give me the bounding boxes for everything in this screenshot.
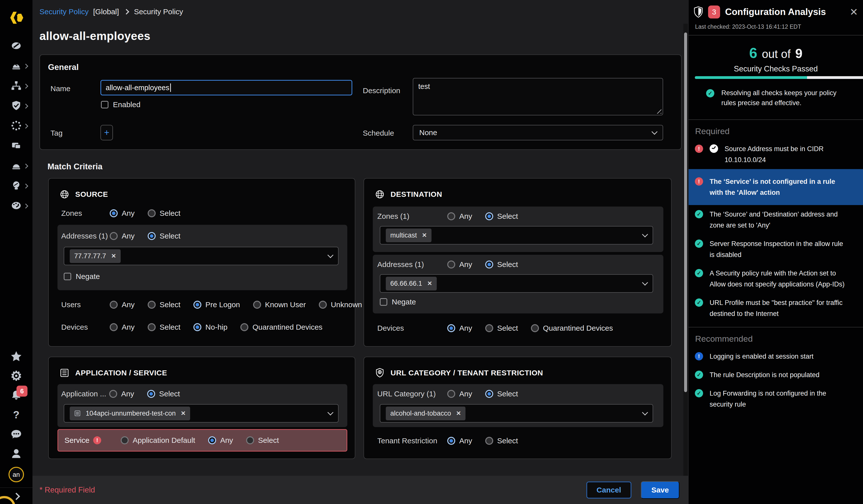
check-item[interactable]: Source Address must be in CIDR 10.10.10.… — [689, 140, 863, 169]
destination-addresses-option-any[interactable]: Any — [447, 260, 472, 269]
destination-negate-row[interactable]: Negate — [380, 298, 416, 306]
destination-zones-option-select[interactable]: Select — [485, 212, 518, 220]
remove-chip-icon[interactable] — [111, 252, 116, 260]
user-avatar[interactable]: an — [0, 467, 33, 482]
source-negate-row[interactable]: Negate — [64, 272, 100, 281]
destination-zones-combobox[interactable]: multicast — [380, 226, 653, 244]
application-option-select[interactable]: Select — [147, 390, 180, 398]
address-chip[interactable]: 77.77.77.7 — [70, 249, 121, 263]
close-icon[interactable]: ✕ — [850, 7, 858, 17]
destination-zones-option-any[interactable]: Any — [447, 212, 472, 220]
url-category-option-any[interactable]: Any — [447, 390, 472, 398]
source-addresses-combobox[interactable]: 77.77.77.7 — [64, 247, 339, 265]
zone-chip[interactable]: multicast — [386, 228, 432, 242]
description-label: Description — [363, 86, 400, 95]
sidebar-item-help[interactable]: ? — [0, 408, 33, 421]
sidebar-item-settings[interactable]: ⚙ — [0, 369, 33, 382]
radio-icon — [208, 436, 216, 444]
sidebar-item-incidents[interactable] — [0, 159, 33, 172]
scrollbar-thumb[interactable] — [684, 33, 687, 392]
application-chip[interactable]: 104apci-unnumbered-test-con — [70, 407, 190, 420]
description-textarea[interactable]: test — [413, 78, 663, 115]
source-addresses-row: Addresses (1) Any Select — [61, 232, 193, 240]
enabled-checkbox[interactable] — [101, 101, 109, 109]
source-addresses-option-select[interactable]: Select — [148, 232, 180, 240]
breadcrumb: Security Policy [Global] Security Policy — [39, 8, 183, 16]
remove-chip-icon[interactable] — [180, 410, 186, 417]
application-option-any[interactable]: Any — [109, 390, 134, 398]
source-zones-option-select[interactable]: Select — [148, 209, 180, 217]
url-category-option-select[interactable]: Select — [485, 390, 518, 398]
source-devices-option-any[interactable]: Any — [110, 323, 135, 331]
sidebar-item-notifications[interactable]: 6 — [0, 389, 33, 402]
schedule-select[interactable]: None — [413, 125, 663, 140]
source-addresses-option-any[interactable]: Any — [110, 232, 135, 240]
check-item[interactable]: Server Response Inspection in the allow … — [689, 235, 863, 264]
destination-devices-option-select[interactable]: Select — [485, 324, 518, 332]
cancel-button[interactable]: Cancel — [586, 481, 631, 499]
sidebar-item-reports[interactable] — [0, 199, 33, 212]
sidebar-item-network[interactable] — [0, 79, 33, 92]
source-users-option-select[interactable]: Select — [148, 301, 180, 309]
source-devices-option-quarantined[interactable]: Quarantined Devices — [240, 323, 322, 331]
cards-icon — [10, 140, 22, 152]
sidebar-item-alerts[interactable] — [0, 60, 33, 72]
destination-addresses-combobox[interactable]: 66.66.66.1 — [380, 274, 653, 293]
check-circle-icon — [706, 89, 714, 97]
main-scrollbar[interactable] — [683, 24, 688, 476]
source-users-option-unknown[interactable]: Unknown — [319, 301, 362, 309]
radio-icon — [485, 324, 493, 332]
app-logo[interactable] — [0, 9, 33, 26]
address-chip[interactable]: 66.66.66.1 — [386, 277, 437, 290]
url-category-chip[interactable]: alcohol-and-tobacco — [386, 407, 465, 420]
source-users-option-known-user[interactable]: Known User — [253, 301, 306, 309]
source-devices-option-select[interactable]: Select — [148, 323, 180, 331]
breadcrumb-link[interactable]: Security Policy — [39, 8, 89, 16]
remove-chip-icon[interactable] — [456, 410, 461, 417]
negate-checkbox[interactable] — [380, 298, 387, 306]
check-item[interactable]: Log Forwarding is not configured in the … — [689, 384, 863, 414]
check-item[interactable]: URL Profile must be "best practice" for … — [689, 293, 863, 323]
service-option-any[interactable]: Any — [208, 436, 233, 444]
remove-chip-icon[interactable] — [422, 232, 427, 239]
sidebar-item-insights[interactable] — [0, 179, 33, 192]
source-zones-option-any[interactable]: Any — [110, 209, 135, 217]
add-tag-button[interactable]: + — [100, 125, 113, 140]
general-heading: General — [48, 62, 79, 72]
name-input[interactable]: allow-all-employees — [100, 80, 352, 96]
destination-devices-option-any[interactable]: Any — [447, 324, 472, 332]
service-option-select[interactable]: Select — [246, 436, 279, 444]
source-devices-option-no-hip[interactable]: No-hip — [193, 323, 227, 331]
url-category-combobox[interactable]: alcohol-and-tobacco — [380, 404, 653, 423]
sidebar-item-panels[interactable] — [0, 139, 33, 152]
source-users-option-pre-logon[interactable]: Pre Logon — [193, 301, 240, 309]
page-title: allow-all-employees — [39, 29, 150, 43]
sidebar-item-user[interactable] — [0, 447, 33, 461]
chevron-down-icon — [651, 129, 658, 135]
service-option-app-default[interactable]: Application Default — [121, 436, 195, 444]
destination-addresses-option-select[interactable]: Select — [485, 260, 518, 269]
remove-chip-icon[interactable] — [427, 280, 432, 287]
tenant-option-select[interactable]: Select — [485, 437, 518, 445]
source-users-option-any[interactable]: Any — [110, 301, 135, 309]
check-item[interactable]: Logging is enabled at session start — [689, 347, 863, 366]
negate-checkbox[interactable] — [64, 273, 71, 280]
check-item[interactable]: The rule Description is not populated — [689, 366, 863, 384]
sidebar-item-objects[interactable] — [0, 119, 33, 132]
tenant-option-any[interactable]: Any — [447, 437, 472, 445]
check-item[interactable]: A Security policy rule with the Action s… — [689, 264, 863, 293]
source-panel: SOURCE Zones Any Select Addresses (1) An… — [48, 178, 355, 346]
sidebar-item-security[interactable] — [0, 99, 33, 112]
check-item[interactable]: The ‘Source’ and ‘Destination’ address a… — [689, 205, 863, 235]
check-item-selected[interactable]: The ‘Service’ is not configured in a rul… — [689, 169, 863, 205]
sidebar-item-dashboard[interactable] — [0, 39, 33, 52]
chevron-down-icon — [642, 279, 648, 286]
save-button[interactable]: Save — [641, 481, 679, 499]
application-combobox[interactable]: 104apci-unnumbered-test-con — [64, 404, 339, 423]
notification-badge: 6 — [16, 386, 27, 396]
sidebar-item-chat[interactable] — [0, 428, 33, 441]
destination-devices-option-quarantined[interactable]: Quarantined Devices — [531, 324, 613, 332]
enabled-checkbox-row[interactable]: Enabled — [101, 100, 140, 109]
sidebar-item-favorites[interactable] — [0, 350, 33, 363]
score-line: 6 out of 9 — [689, 45, 863, 61]
